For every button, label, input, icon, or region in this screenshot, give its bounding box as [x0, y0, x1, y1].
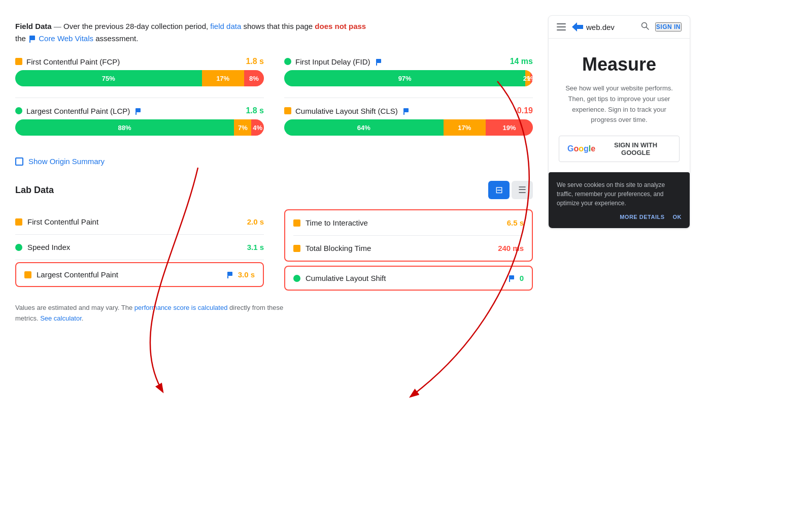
hamburger-line-2	[557, 26, 566, 27]
svg-rect-4	[376, 59, 381, 63]
sidebar-card: web.dev SIGN IN Measure See how well you…	[548, 15, 690, 229]
sidebar-topbar: web.dev SIGN IN	[549, 16, 690, 39]
fcp-name: First Contentful Paint (FCP)	[26, 57, 120, 66]
origin-summary-checkbox[interactable]	[15, 157, 23, 166]
cookie-banner-actions: MORE DETAILS OK	[557, 214, 682, 220]
svg-rect-3	[136, 112, 137, 115]
cwv-link[interactable]: Core Web Vitals	[39, 34, 93, 43]
lab-metric-tti: Time to Interactive 6.5 s	[293, 210, 524, 236]
lab-metric-cls-highlighted: Cumulative Layout Shift 0	[284, 266, 533, 291]
cookie-banner-text: We serve cookies on this site to analyze…	[557, 180, 682, 208]
lab-fcp-value: 2.0 s	[247, 217, 264, 226]
webdev-arrow-icon	[572, 22, 583, 31]
lab-data-header-row: Lab Data ⊟ ☰	[15, 181, 533, 199]
lcp-bar-green: 88%	[15, 119, 234, 136]
fail-text: does not pass	[315, 22, 366, 30]
metric-fid: First Input Delay (FID) 14 ms 97% 2% 1%	[284, 57, 533, 86]
grid-icon: ⊟	[495, 184, 503, 196]
lab-tbt-icon	[293, 245, 300, 252]
metric-fid-header: First Input Delay (FID) 14 ms	[284, 57, 533, 66]
search-icon[interactable]	[641, 22, 649, 32]
cls-bar-orange: 17%	[444, 119, 486, 136]
lab-fcp-icon	[15, 218, 22, 226]
lab-tti-value: 6.5 s	[507, 218, 524, 227]
lab-speed-icon	[15, 244, 22, 251]
field-data-header: Field Data — Over the previous 28-day co…	[15, 20, 533, 45]
fcp-bar: 75% 17% 8%	[15, 70, 264, 86]
footer-note-text: Values are estimated and may vary. The	[15, 304, 132, 311]
footer-note-mid: directly from these	[229, 304, 283, 311]
lab-speed-name: Speed Index	[27, 243, 242, 251]
fid-icon	[284, 58, 291, 65]
cookie-more-details-button[interactable]: MORE DETAILS	[620, 214, 664, 220]
cls-icon	[284, 107, 291, 114]
main-content: Field Data — Over the previous 28-day co…	[0, 10, 548, 498]
field-metrics-left: First Contentful Paint (FCP) 1.8 s 75% 1…	[15, 57, 264, 147]
header-desc-prefix: Over the previous 28-day collection peri…	[63, 22, 208, 30]
flag-icon	[28, 34, 39, 43]
fid-bar-red: 1%	[530, 70, 533, 86]
lab-metrics-tti-tbt-highlighted: Time to Interactive 6.5 s Total Blocking…	[284, 209, 533, 262]
lcp-value: 1.8 s	[246, 106, 264, 115]
fid-bar-green: 97%	[284, 70, 525, 86]
hamburger-menu[interactable]	[557, 23, 566, 30]
fid-value: 14 ms	[510, 57, 533, 66]
lab-metrics-left: First Contentful Paint 2.0 s Speed Index…	[15, 209, 264, 291]
lab-lcp-inner: Largest Contentful Paint 3.0 s	[24, 270, 255, 279]
google-g-icon: Google	[567, 144, 595, 153]
fid-bar: 97% 2% 1%	[284, 70, 533, 86]
header-desc-suffix: the	[15, 34, 26, 43]
cls-bar-green: 64%	[284, 119, 444, 136]
fcp-bar-orange: 17%	[202, 70, 244, 86]
lab-metrics-grid: First Contentful Paint 2.0 s Speed Index…	[15, 209, 533, 291]
field-metrics-right: First Input Delay (FID) 14 ms 97% 2% 1%	[284, 57, 533, 147]
svg-rect-5	[376, 63, 377, 66]
cls-bar-red: 19%	[486, 119, 533, 136]
svg-rect-6	[403, 108, 409, 112]
lab-tti-name: Time to Interactive	[306, 218, 502, 227]
webdev-logo-text: web.dev	[586, 23, 615, 31]
grid-view-button[interactable]: ⊟	[488, 181, 510, 199]
divider-fcp-lcp	[15, 98, 264, 98]
svg-rect-8	[227, 272, 232, 276]
lab-data-title: Lab Data	[15, 185, 54, 196]
svg-rect-7	[403, 112, 404, 115]
assessment-text: assessment.	[95, 34, 138, 43]
lab-lcp-value: 3.0 s	[238, 270, 255, 279]
lab-tbt-value: 240 ms	[498, 244, 524, 252]
svg-marker-12	[572, 22, 583, 31]
cls-flag	[402, 107, 410, 115]
field-data-label: Field Data	[15, 22, 52, 30]
lab-cls-flag	[509, 274, 515, 282]
origin-summary-row[interactable]: Show Origin Summary	[15, 157, 533, 166]
lcp-bar: 88% 7% 4%	[15, 119, 264, 136]
svg-rect-1	[29, 40, 30, 43]
list-view-button[interactable]: ☰	[512, 181, 533, 199]
cls-value: 0.19	[517, 106, 533, 115]
svg-line-14	[646, 27, 649, 30]
lab-speed-value: 3.1 s	[247, 243, 264, 251]
metric-lcp-header: Largest Contentful Paint (LCP) 1.8 s	[15, 106, 264, 115]
lab-cls-icon	[293, 275, 300, 282]
hamburger-line-1	[557, 23, 566, 24]
perf-score-link[interactable]: performance score is calculated	[134, 304, 228, 311]
signin-button[interactable]: SIGN IN	[655, 22, 682, 31]
svg-rect-0	[29, 36, 35, 40]
google-signin-button[interactable]: Google SIGN IN WITH GOOGLE	[559, 136, 680, 162]
calculator-link[interactable]: See calculator	[40, 314, 82, 322]
lcp-flag	[134, 107, 142, 115]
lab-fcp-name: First Contentful Paint	[27, 217, 242, 226]
origin-summary-label[interactable]: Show Origin Summary	[28, 157, 105, 166]
field-data-link[interactable]: field data	[210, 22, 241, 30]
measure-desc: See how well your website performs. Then…	[559, 83, 680, 125]
fid-flag	[375, 57, 383, 66]
footer-calc-suffix: .	[82, 314, 84, 322]
lcp-icon	[15, 107, 22, 114]
lab-lcp-flag	[227, 271, 233, 279]
svg-rect-10	[509, 275, 514, 279]
lab-tbt-name: Total Blocking Time	[306, 244, 493, 252]
cookie-ok-button[interactable]: OK	[673, 214, 682, 220]
lcp-bar-red: 4%	[251, 119, 264, 136]
header-desc-mid: shows that this page	[243, 22, 313, 30]
lab-cls-value: 0	[520, 274, 524, 282]
